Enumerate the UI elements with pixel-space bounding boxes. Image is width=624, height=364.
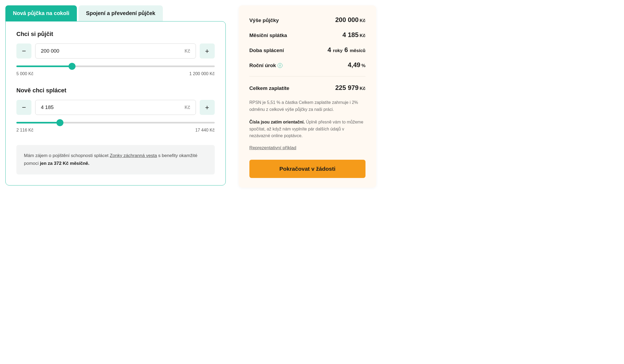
amount-slider-fill (16, 65, 72, 67)
summary-rate-label: Roční úrok (249, 63, 276, 68)
payment-minus-button[interactable]: − (16, 100, 31, 115)
payment-min-label: 2 116 Kč (16, 128, 33, 133)
summary-loan-unit: Kč (360, 18, 365, 23)
amount-unit: Kč (185, 48, 190, 54)
amount-slider-thumb[interactable] (69, 63, 76, 70)
amount-min-label: 5 000 Kč (16, 71, 33, 76)
insurance-link[interactable]: Zonky záchranná vesta (110, 153, 157, 158)
summary-note-orient: Čísla jsou zatím orientační. Úplně přesn… (249, 119, 365, 139)
summary-rate-value: 4,49 (348, 61, 360, 68)
summary-card: Výše půjčky 200 000Kč Měsíční splátka 4 … (239, 5, 376, 188)
tab-new-loan[interactable]: Nová půjčka na cokoli (5, 5, 77, 21)
summary-loan-value: 200 000 (335, 16, 359, 23)
tab-consolidation[interactable]: Spojení a převedení půjček (78, 5, 163, 21)
summary-term-years-unit: roky (333, 48, 343, 53)
summary-total-value: 225 979 (335, 84, 359, 91)
insurance-bold: jen za 372 Kč měsíčně. (40, 161, 89, 166)
amount-max-label: 1 200 000 Kč (189, 71, 214, 76)
summary-monthly-unit: Kč (360, 33, 365, 38)
insurance-box: Mám zájem o pojištění schopnosti splácet… (16, 145, 215, 174)
loan-calculator-card: Chci si půjčit − Kč + 5 000 Kč 1 200 000… (5, 21, 226, 185)
payment-slider[interactable]: 2 116 Kč 17 440 Kč (16, 122, 215, 133)
summary-rate-unit: % (361, 63, 365, 68)
payment-input-wrap[interactable]: Kč (35, 100, 196, 115)
amount-input[interactable] (41, 48, 185, 54)
amount-plus-button[interactable]: + (200, 43, 215, 59)
tabs: Nová půjčka na cokoli Spojení a převeden… (5, 5, 226, 21)
amount-slider[interactable]: 5 000 Kč 1 200 000 Kč (16, 65, 215, 76)
summary-term-months: 6 (344, 46, 348, 53)
payment-title: Nově chci splácet (16, 87, 215, 94)
insurance-prefix: Mám zájem o pojištění schopnosti splácet (24, 153, 110, 158)
summary-monthly-label: Měsíční splátka (249, 32, 287, 38)
amount-input-wrap[interactable]: Kč (35, 43, 196, 59)
summary-term-months-unit: měsíců (350, 48, 365, 53)
representative-example-link[interactable]: Reprezentativní příklad (249, 145, 296, 151)
payment-input[interactable] (41, 104, 185, 110)
payment-plus-button[interactable]: + (200, 100, 215, 115)
summary-total-label: Celkem zaplatíte (249, 85, 289, 91)
payment-slider-fill (16, 122, 60, 123)
summary-term-label: Doba splácení (249, 48, 284, 53)
continue-button[interactable]: Pokračovat v žádosti (249, 160, 365, 178)
payment-unit: Kč (185, 105, 190, 110)
summary-term-years: 4 (328, 46, 331, 53)
summary-monthly-value: 4 185 (342, 31, 358, 38)
summary-note-bold: Čísla jsou zatím orientační. (249, 120, 305, 124)
payment-slider-thumb[interactable] (56, 119, 63, 126)
payment-max-label: 17 440 Kč (195, 128, 215, 133)
amount-minus-button[interactable]: − (16, 43, 31, 59)
info-icon[interactable]: i (278, 63, 282, 68)
amount-title: Chci si půjčit (16, 31, 215, 38)
summary-total-unit: Kč (360, 86, 365, 91)
summary-loan-label: Výše půjčky (249, 17, 279, 23)
summary-divider (249, 76, 365, 77)
summary-note-rpsn: RPSN je 5,51 % a částka Celkem zaplatíte… (249, 99, 365, 113)
